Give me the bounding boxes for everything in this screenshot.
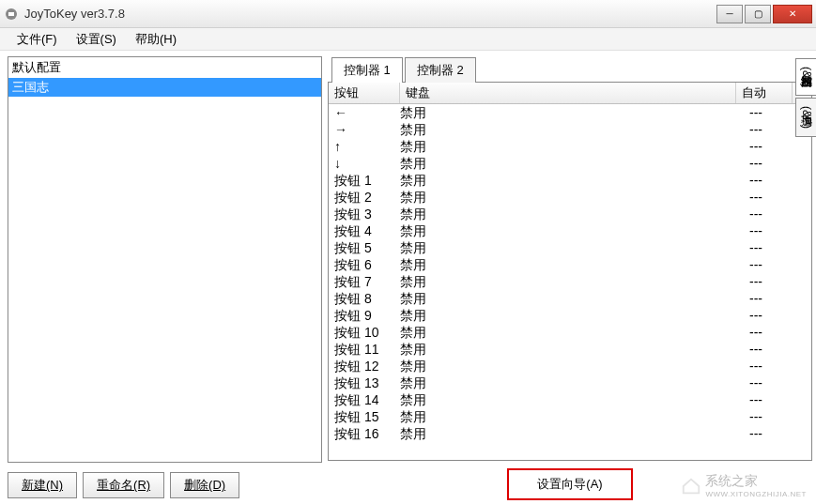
table-row[interactable]: 按钮 12禁用--- xyxy=(329,358,811,374)
svg-rect-1 xyxy=(8,12,14,16)
menu-file[interactable]: 文件(F) xyxy=(8,29,67,50)
table-row[interactable]: 按钮 9禁用--- xyxy=(329,307,811,324)
cell-auto: --- xyxy=(749,341,806,358)
cell-auto: --- xyxy=(749,358,806,374)
cell-auto: --- xyxy=(749,222,806,239)
cell-auto: --- xyxy=(749,189,806,206)
table-row[interactable]: 按钮 11禁用--- xyxy=(329,341,811,358)
menu-help[interactable]: 帮助(H) xyxy=(126,29,186,50)
cell-button: ← xyxy=(334,104,400,121)
cell-keyboard: 禁用 xyxy=(400,391,749,408)
cell-button: → xyxy=(334,121,400,138)
cell-button: 按钮 15 xyxy=(334,408,400,425)
cell-auto: --- xyxy=(749,307,806,324)
cell-keyboard: 禁用 xyxy=(400,138,749,155)
cell-auto: --- xyxy=(749,425,806,442)
cell-keyboard: 禁用 xyxy=(400,206,749,222)
profile-list-header: 默认配置 xyxy=(8,57,321,78)
side-tab-options[interactable]: 选项(&P) xyxy=(795,98,816,137)
watermark-text: 系统之家 xyxy=(705,473,807,490)
cell-button: ↑ xyxy=(334,138,400,155)
cell-keyboard: 禁用 xyxy=(400,324,749,341)
cell-keyboard: 禁用 xyxy=(400,222,749,239)
cell-auto: --- xyxy=(749,138,806,155)
column-header-auto[interactable]: 自动 xyxy=(736,83,793,103)
cell-keyboard: 禁用 xyxy=(400,256,749,273)
cell-keyboard: 禁用 xyxy=(400,374,749,391)
mapping-table: 按钮 键盘 自动 ←禁用---→禁用---↑禁用---↓禁用---按钮 1禁用-… xyxy=(328,82,812,461)
cell-button: 按钮 7 xyxy=(334,273,400,290)
table-row[interactable]: 按钮 3禁用--- xyxy=(329,206,811,222)
table-row[interactable]: ↓禁用--- xyxy=(329,155,811,172)
cell-button: 按钮 6 xyxy=(334,256,400,273)
table-body[interactable]: ←禁用---→禁用---↑禁用---↓禁用---按钮 1禁用---按钮 2禁用-… xyxy=(329,104,811,460)
table-row[interactable]: 按钮 4禁用--- xyxy=(329,222,811,239)
app-icon xyxy=(4,7,19,22)
table-row[interactable]: 按钮 10禁用--- xyxy=(329,324,811,341)
cell-button: 按钮 14 xyxy=(334,391,400,408)
cell-auto: --- xyxy=(749,324,806,341)
cell-button: 按钮 10 xyxy=(334,324,400,341)
table-row[interactable]: 按钮 16禁用--- xyxy=(329,425,811,442)
close-button[interactable]: ✕ xyxy=(773,5,812,23)
cell-auto: --- xyxy=(749,408,806,425)
table-row[interactable]: ←禁用--- xyxy=(329,104,811,121)
cell-keyboard: 禁用 xyxy=(400,172,749,189)
cell-keyboard: 禁用 xyxy=(400,273,749,290)
profile-list[interactable]: 默认配置 三国志 xyxy=(8,56,322,463)
minimize-button[interactable]: ─ xyxy=(716,5,743,23)
cell-auto: --- xyxy=(749,256,806,273)
column-header-keyboard[interactable]: 键盘 xyxy=(400,83,736,103)
cell-keyboard: 禁用 xyxy=(400,189,749,206)
maximize-button[interactable]: ▢ xyxy=(745,5,771,23)
new-button[interactable]: 新建(N) xyxy=(8,472,77,498)
table-row[interactable]: →禁用--- xyxy=(329,121,811,138)
side-tab-controller[interactable]: 游戏控制器(&J) xyxy=(795,58,816,96)
cell-button: 按钮 16 xyxy=(334,425,400,442)
cell-auto: --- xyxy=(749,239,806,256)
menu-settings[interactable]: 设置(S) xyxy=(67,29,126,50)
rename-button[interactable]: 重命名(R) xyxy=(83,472,164,498)
table-row[interactable]: ↑禁用--- xyxy=(329,138,811,155)
cell-keyboard: 禁用 xyxy=(400,358,749,374)
cell-auto: --- xyxy=(749,391,806,408)
table-row[interactable]: 按钮 2禁用--- xyxy=(329,189,811,206)
cell-keyboard: 禁用 xyxy=(400,290,749,307)
cell-keyboard: 禁用 xyxy=(400,104,749,121)
table-row[interactable]: 按钮 8禁用--- xyxy=(329,290,811,307)
cell-button: 按钮 13 xyxy=(334,374,400,391)
titlebar: JoyToKey ver3.7.8 ─ ▢ ✕ xyxy=(0,0,816,28)
cell-auto: --- xyxy=(749,206,806,222)
cell-button: 按钮 4 xyxy=(334,222,400,239)
window-title: JoyToKey ver3.7.8 xyxy=(24,7,716,21)
watermark-url: WWW.XITONGZHIJIA.NET xyxy=(705,490,807,498)
cell-auto: --- xyxy=(749,374,806,391)
cell-auto: --- xyxy=(749,290,806,307)
table-row[interactable]: 按钮 15禁用--- xyxy=(329,408,811,425)
table-row[interactable]: 按钮 7禁用--- xyxy=(329,273,811,290)
watermark: 系统之家 WWW.XITONGZHIJIA.NET xyxy=(681,473,807,498)
table-row[interactable]: 按钮 14禁用--- xyxy=(329,391,811,408)
cell-button: 按钮 11 xyxy=(334,341,400,358)
table-row[interactable]: 按钮 6禁用--- xyxy=(329,256,811,273)
cell-button: 按钮 3 xyxy=(334,206,400,222)
wizard-button[interactable]: 设置向导(A) xyxy=(507,468,632,500)
tab-controller-1[interactable]: 控制器 1 xyxy=(331,57,403,83)
cell-keyboard: 禁用 xyxy=(400,239,749,256)
cell-auto: --- xyxy=(749,172,806,189)
cell-button: 按钮 8 xyxy=(334,290,400,307)
cell-button: 按钮 1 xyxy=(334,172,400,189)
table-row[interactable]: 按钮 1禁用--- xyxy=(329,172,811,189)
profile-item[interactable]: 三国志 xyxy=(8,78,321,97)
cell-button: ↓ xyxy=(334,155,400,172)
delete-button[interactable]: 删除(D) xyxy=(170,472,239,498)
cell-button: 按钮 5 xyxy=(334,239,400,256)
table-row[interactable]: 按钮 5禁用--- xyxy=(329,239,811,256)
table-row[interactable]: 按钮 13禁用--- xyxy=(329,374,811,391)
menubar: 文件(F) 设置(S) 帮助(H) xyxy=(0,28,816,51)
tab-controller-2[interactable]: 控制器 2 xyxy=(405,57,476,83)
cell-button: 按钮 9 xyxy=(334,307,400,324)
cell-auto: --- xyxy=(749,155,806,172)
cell-keyboard: 禁用 xyxy=(400,307,749,324)
column-header-button[interactable]: 按钮 xyxy=(329,83,400,103)
